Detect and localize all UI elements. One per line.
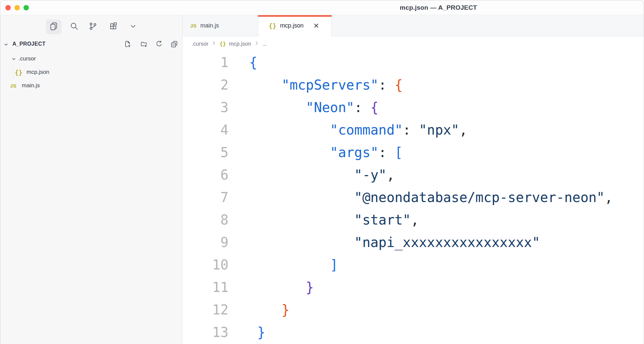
breadcrumb: .cursor {} mcp.json ... (182, 36, 644, 51)
code-line-8[interactable]: 8 "start", (182, 209, 644, 231)
tree-item-cursor-folder[interactable]: .cursor (0, 52, 182, 66)
new-file-button[interactable] (121, 39, 133, 50)
line-content: "start", (228, 209, 419, 231)
refresh-explorer-button[interactable] (153, 39, 165, 50)
js-file-icon: JS (10, 83, 16, 89)
line-content: ] (228, 254, 338, 276)
line-content: "@neondatabase/mcp-server-neon", (228, 186, 613, 209)
git-branch-icon (89, 22, 97, 32)
line-number: 8 (182, 209, 228, 231)
line-content: "-y", (228, 164, 395, 186)
code-line-6[interactable]: 6 "-y", (182, 164, 644, 186)
close-window-button[interactable] (5, 5, 11, 10)
json-file-icon: {} (269, 22, 276, 30)
traffic-lights (5, 5, 29, 10)
chevron-down-icon (4, 42, 8, 48)
code-line-5[interactable]: 5 "args": [ (182, 141, 644, 164)
line-content: "args": [ (228, 141, 403, 164)
line-content: "command": "npx", (228, 119, 467, 141)
breadcrumb-symbol-tail[interactable]: ... (262, 41, 267, 47)
editor-area: JS main.js {} mcp.json ✕ .cursor {} mcp.… (182, 15, 644, 344)
close-tab-button[interactable]: ✕ (313, 22, 319, 29)
json-file-icon: {} (15, 69, 22, 76)
extensions-icon (109, 22, 118, 32)
tab-mcp-json[interactable]: {} mcp.json ✕ (258, 15, 332, 36)
sidebar: A_PROJECT (0, 15, 182, 344)
code-line-4[interactable]: 4 "command": "npx", (182, 119, 644, 141)
search-icon (70, 22, 78, 32)
code-editor[interactable]: 1{2 "mcpServers": {3 "Neon": {4 "command… (182, 51, 644, 344)
explorer-header[interactable]: A_PROJECT (0, 38, 182, 51)
folder-name: .cursor (18, 55, 36, 62)
code-line-10[interactable]: 10 ] (182, 254, 644, 276)
chevron-right-icon (254, 41, 259, 47)
code-line-2[interactable]: 2 "mcpServers": { (182, 74, 644, 96)
breadcrumb-file[interactable]: mcp.json (229, 41, 251, 47)
code-line-12[interactable]: 12 } (182, 299, 644, 321)
activity-search-button[interactable] (66, 19, 82, 34)
code-line-9[interactable]: 9 "napi_xxxxxxxxxxxxxxxx" (182, 231, 644, 254)
line-number: 6 (182, 164, 228, 186)
line-number: 9 (182, 231, 228, 254)
line-number: 10 (182, 254, 228, 276)
tree-item-mcp-json[interactable]: {} mcp.json (0, 66, 182, 79)
line-content: } (228, 299, 289, 321)
minimize-window-button[interactable] (14, 5, 20, 10)
app-window: mcp.json — A_PROJECT (0, 0, 644, 344)
tab-label: mcp.json (280, 22, 304, 29)
activity-extensions-button[interactable] (106, 19, 121, 34)
code-line-13[interactable]: 13 } (182, 321, 644, 344)
line-number: 13 (182, 321, 228, 344)
titlebar: mcp.json — A_PROJECT (0, 0, 644, 15)
activity-files-button[interactable] (46, 19, 61, 34)
line-number: 3 (182, 96, 228, 119)
collapse-all-icon (170, 40, 178, 49)
file-name: main.js (22, 82, 40, 89)
new-folder-icon (140, 40, 148, 49)
tab-bar: JS main.js {} mcp.json ✕ (182, 15, 644, 36)
collapse-folders-button[interactable] (168, 39, 180, 50)
line-number: 12 (182, 299, 228, 321)
new-file-icon (124, 40, 131, 49)
activity-more-button[interactable] (125, 19, 141, 34)
json-file-icon: {} (219, 41, 226, 47)
line-number: 1 (182, 51, 228, 74)
tree-item-main-js[interactable]: JS main.js (0, 79, 182, 93)
line-number: 2 (182, 74, 228, 96)
zoom-window-button[interactable] (23, 5, 29, 10)
line-number: 4 (182, 119, 228, 141)
tab-main-js[interactable]: JS main.js (182, 15, 258, 36)
line-number: 5 (182, 141, 228, 164)
code-line-3[interactable]: 3 "Neon": { (182, 96, 644, 119)
line-content: "napi_xxxxxxxxxxxxxxxx" (228, 231, 540, 254)
window-title: mcp.json — A_PROJECT (400, 4, 477, 11)
files-icon (49, 22, 58, 32)
code-lines: 1{2 "mcpServers": {3 "Neon": {4 "command… (182, 51, 644, 344)
line-content: { (228, 51, 257, 74)
code-line-1[interactable]: 1{ (182, 51, 644, 74)
project-root-label: A_PROJECT (12, 41, 46, 47)
chevron-down-icon (129, 22, 137, 32)
line-content: "mcpServers": { (228, 74, 403, 96)
line-content: "Neon": { (228, 96, 378, 119)
chevron-right-icon (211, 41, 216, 47)
file-name: mcp.json (26, 69, 49, 76)
js-file-icon: JS (190, 23, 197, 29)
line-number: 11 (182, 276, 228, 299)
code-line-11[interactable]: 11 } (182, 276, 644, 299)
breadcrumb-folder[interactable]: .cursor (192, 41, 208, 47)
tab-label: main.js (200, 22, 219, 29)
chevron-down-icon (11, 57, 16, 63)
line-number: 7 (182, 186, 228, 209)
line-content: } (228, 321, 265, 344)
activity-source-control-button[interactable] (85, 19, 101, 34)
line-content: } (228, 276, 314, 299)
new-folder-button[interactable] (138, 39, 150, 50)
refresh-icon (155, 40, 163, 49)
code-line-7[interactable]: 7 "@neondatabase/mcp-server-neon", (182, 186, 644, 209)
